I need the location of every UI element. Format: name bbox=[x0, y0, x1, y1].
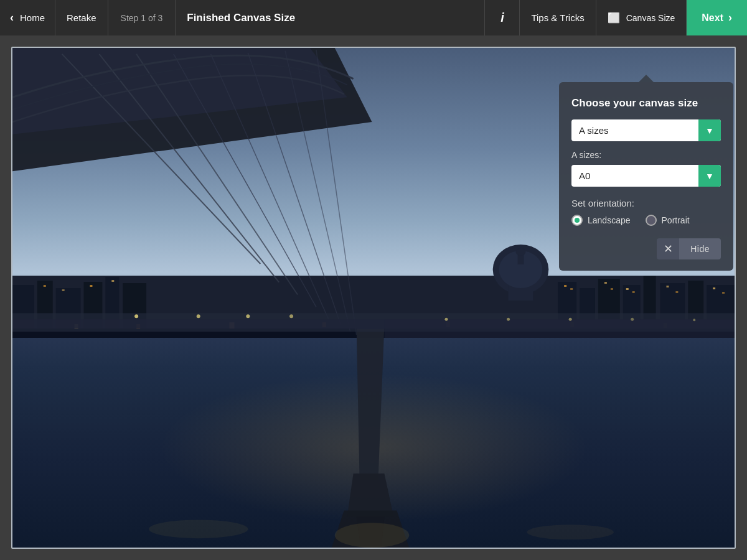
canvas-size-icon: ⬜ bbox=[608, 12, 620, 24]
main-area: Choose your canvas size A sizes B sizes … bbox=[0, 35, 747, 560]
svg-point-63 bbox=[507, 318, 510, 321]
retake-label: Retake bbox=[67, 12, 96, 23]
portrait-radio[interactable] bbox=[646, 215, 657, 226]
portrait-option[interactable]: Portrait bbox=[646, 215, 690, 226]
svg-point-64 bbox=[569, 318, 572, 321]
canvas-size-button[interactable]: ⬜ Canvas Size bbox=[596, 0, 687, 35]
landscape-option[interactable]: Landscape bbox=[571, 215, 631, 226]
tips-tricks-button[interactable]: Tips & Tricks bbox=[520, 0, 596, 35]
step-label: Step 1 of 3 bbox=[121, 13, 163, 23]
svg-point-62 bbox=[445, 318, 448, 321]
category-select-wrapper: A sizes B sizes C sizes Custom ▼ bbox=[571, 119, 721, 141]
landscape-radio-selected bbox=[575, 218, 580, 223]
close-button[interactable]: ✕ bbox=[657, 238, 679, 259]
orientation-label: Set orientation: bbox=[571, 198, 721, 208]
home-button[interactable]: ‹ Home bbox=[0, 0, 55, 35]
svg-point-61 bbox=[289, 314, 293, 318]
svg-point-59 bbox=[197, 314, 200, 318]
page-title: Finished Canvas Size bbox=[176, 0, 484, 35]
svg-point-68 bbox=[335, 523, 409, 548]
svg-point-70 bbox=[527, 525, 613, 539]
svg-marker-53 bbox=[347, 474, 394, 516]
size-select-wrapper: A0 A1 A2 A3 A4 ▼ bbox=[571, 165, 721, 187]
size-select[interactable]: A0 A1 A2 A3 A4 bbox=[571, 165, 721, 187]
svg-marker-57 bbox=[384, 319, 735, 338]
svg-point-65 bbox=[631, 318, 634, 321]
landscape-radio[interactable] bbox=[571, 215, 583, 226]
portrait-label: Portrait bbox=[662, 215, 690, 225]
size-section-label: A sizes: bbox=[571, 150, 721, 160]
panel-footer: ✕ Hide bbox=[571, 238, 721, 259]
hide-button[interactable]: Hide bbox=[679, 238, 721, 259]
category-select[interactable]: A sizes B sizes C sizes Custom bbox=[571, 119, 721, 141]
chevron-right-icon: › bbox=[728, 11, 732, 24]
step-indicator: Step 1 of 3 bbox=[108, 0, 176, 35]
orientation-section: Set orientation: Landscape Portrait bbox=[571, 198, 721, 226]
retake-button[interactable]: Retake bbox=[55, 0, 108, 35]
orientation-options: Landscape Portrait bbox=[571, 215, 721, 226]
next-button[interactable]: Next › bbox=[687, 0, 747, 35]
svg-point-60 bbox=[246, 314, 250, 318]
panel-title: Choose your canvas size bbox=[571, 97, 721, 110]
canvas-size-panel: Choose your canvas size A sizes B sizes … bbox=[559, 82, 733, 271]
svg-point-69 bbox=[149, 520, 248, 538]
svg-point-66 bbox=[693, 319, 695, 321]
landscape-label: Landscape bbox=[588, 215, 631, 225]
chevron-left-icon: ‹ bbox=[10, 11, 14, 24]
svg-marker-52 bbox=[357, 325, 385, 480]
svg-point-58 bbox=[134, 314, 138, 318]
info-icon: i bbox=[500, 11, 504, 25]
home-label: Home bbox=[20, 12, 45, 23]
info-button[interactable]: i bbox=[484, 0, 520, 35]
panel-arrow bbox=[639, 75, 654, 82]
